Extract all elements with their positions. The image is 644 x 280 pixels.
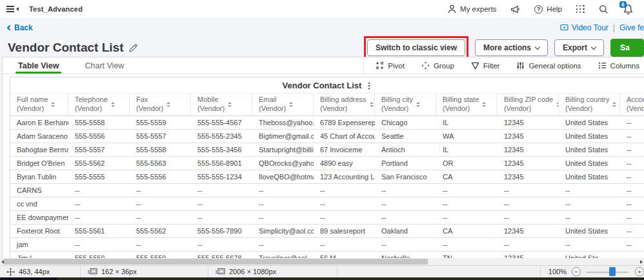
column-sublabel: (Vendor) [17,105,48,114]
give-feedback-label: Give fe [619,23,644,32]
back-link[interactable]: Back [8,23,33,32]
zoom-out-button[interactable]: − [572,267,581,276]
column-label: Fax [136,95,163,105]
sort-icon[interactable] [166,102,170,107]
column-header[interactable]: Mobile(Vendor) [191,94,252,115]
table-cell: -- [191,184,252,197]
video-tour-link[interactable]: Video Tour [560,23,609,32]
sort-icon[interactable] [612,102,616,107]
table-cell: United States [559,116,620,129]
column-header[interactable]: Account(Vendor) [620,94,644,115]
column-sublabel: (Vendor) [504,105,553,114]
tab-chart-view[interactable]: Chart View [82,57,126,74]
svg-text:1: 1 [215,269,218,275]
tab-label: Table View [18,61,59,70]
zoom-in-button[interactable]: + [635,267,644,276]
table-row[interactable]: Bahogtae Berman555-5557555-5558555-555-3… [10,143,644,157]
sort-icon[interactable] [111,102,115,107]
table-cell: -- [620,116,644,129]
horizontal-scrollbar[interactable] [0,258,644,265]
edit-pencil-icon[interactable] [128,43,138,53]
column-header[interactable]: Billing address(Vendor) [314,94,375,115]
table-cell: -- [498,197,559,210]
hamburger-menu-icon[interactable] [6,6,19,12]
filter-button[interactable]: Filter [471,62,500,70]
move-icon [6,268,15,276]
table-cell: 555-5556 [130,170,191,183]
table-cell: -- [620,130,644,143]
sort-icon[interactable] [228,102,232,107]
column-header[interactable]: Email(Vendor) [252,94,314,115]
annotation-highlight-box: Switch to classic view [364,36,468,59]
column-header[interactable]: Fax(Vendor) [130,94,191,115]
help-button[interactable]: ? Help [534,5,562,14]
group-button[interactable]: Group [421,61,454,70]
switch-to-classic-view-button[interactable]: Switch to classic view [367,39,465,56]
person-icon [448,5,456,14]
scrollbar-thumb[interactable] [4,259,428,265]
sort-icon[interactable] [51,102,55,107]
table-cell: 4890 easy [314,157,375,170]
kebab-menu-icon[interactable]: ⋮ [365,81,373,90]
table-cell: -- [375,211,436,224]
table-cell: 12345 [498,225,559,237]
table-cell: Byran Tublin [10,170,68,183]
more-actions-button[interactable]: More actions [475,39,548,56]
save-button[interactable]: Sa [610,39,644,57]
status-cell: 12006 × 1080px [208,266,337,277]
table-cell: 555-555-1234 [191,170,252,183]
monitor-icon: 1 [215,268,225,275]
table-cell: Seattle [375,130,436,143]
question-circle-icon: ? [534,5,543,14]
export-label: Export [563,43,587,52]
app-grid-icon[interactable] [576,5,585,14]
table-cell: EE downpayment [10,211,68,224]
video-tour-label: Video Tour [572,23,609,32]
table-cell: -- [498,238,559,251]
table-cell: -- [68,197,130,210]
give-feedback-link[interactable]: Give fe [619,23,644,32]
table-row[interactable]: Aaron E Berhanu555-5558555-5559555-555-4… [10,116,644,130]
sort-icon[interactable] [289,102,293,107]
chevron-down-icon [591,44,596,49]
zoom-slider-thumb[interactable] [609,267,616,276]
general-options-button[interactable]: General options [516,61,581,70]
column-header[interactable]: Billing ZIP code(Vendor) [498,94,559,115]
table-row[interactable]: EE downpayment-------------------- [10,211,644,225]
filter-icon [471,62,479,70]
export-button[interactable]: Export [554,39,604,56]
sort-icon[interactable] [416,102,420,107]
sort-icon[interactable] [370,102,374,107]
column-label: Full name [17,95,48,105]
zoom-slider[interactable] [586,267,629,276]
table-cell: 555-5558 [68,116,130,129]
scroll-right-icon[interactable] [639,258,644,265]
toolbar-label: General options [528,62,581,70]
column-header[interactable]: Billing state(Vendor) [436,94,498,115]
table-cell: 555-5559 [130,116,191,129]
table-row[interactable]: jam-------------------- [10,238,644,252]
pivot-button[interactable]: Pivot [376,61,405,70]
table-cell: -- [559,197,620,210]
announcements-button[interactable] [510,5,520,14]
table-row[interactable]: Bridget O'Brien555-5562555-5563555-556-8… [10,157,644,170]
table-cell: United States [559,130,620,143]
column-header[interactable]: Billing city(Vendor) [375,94,436,115]
table-row[interactable]: Byran Tublin555-5555555-5556555-555-1234… [10,170,644,184]
column-sublabel: (Vendor) [627,105,644,114]
column-header[interactable]: Billing country(Vendor) [559,94,620,115]
table-cell: CARNS [10,184,68,197]
search-button[interactable] [599,5,609,14]
column-header[interactable]: Full name(Vendor) [10,94,68,115]
tab-table-view[interactable]: Table View [15,57,61,74]
column-header[interactable]: Telephone(Vendor) [68,94,130,115]
table-row[interactable]: Foxterot Root555-5561555-5562555-556-789… [10,225,644,238]
columns-button[interactable]: Columns [598,61,639,70]
my-experts-button[interactable]: My experts [448,5,496,14]
table-row[interactable]: Adam Saraceno555-5556555-5557555-555-234… [10,130,644,143]
table-row[interactable]: CARNS-------------------- [10,184,644,197]
status-spacer [337,266,541,277]
table-row[interactable]: cc vnd-------------------- [10,197,644,211]
sort-icon[interactable] [482,102,486,107]
notifications-button[interactable]: 6 [623,4,634,15]
